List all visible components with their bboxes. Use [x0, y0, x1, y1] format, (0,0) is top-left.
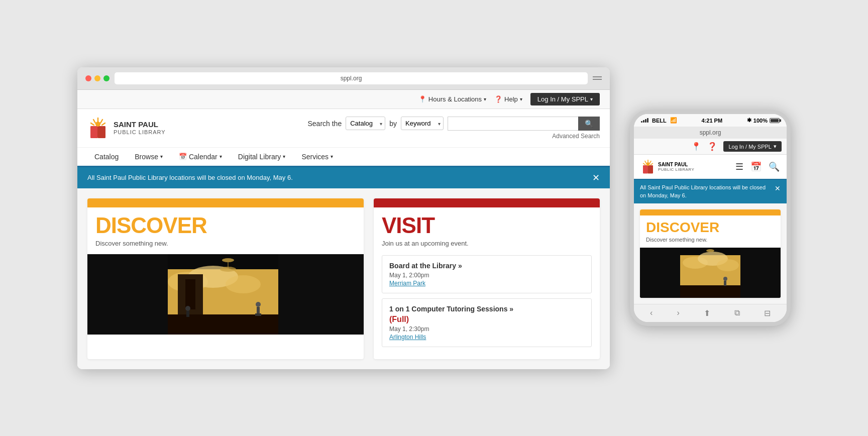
- chevron-down-icon: ▾: [283, 154, 285, 159]
- event-date-1: May 1, 2:00pm: [389, 272, 584, 279]
- search-the-label: Search the: [307, 120, 342, 128]
- phone-discover-card-body: DISCOVER Discover something new.: [640, 215, 781, 243]
- signal-bar-4: [647, 118, 648, 123]
- search-input[interactable]: [448, 117, 578, 131]
- site-header: SAINT PAUL PUBLIC LIBRARY Search the Cat…: [77, 109, 610, 148]
- advanced-search-link[interactable]: Advanced Search: [552, 133, 600, 140]
- carrier-label: BELL: [652, 118, 667, 124]
- catalog-select[interactable]: Catalog: [346, 117, 385, 130]
- svg-line-5: [91, 123, 94, 125]
- site-logo[interactable]: SAINT PAUL PUBLIC LIBRARY: [87, 116, 178, 140]
- window-controls: [85, 75, 110, 81]
- svg-line-32: [649, 161, 651, 164]
- phone-question-icon[interactable]: ❓: [707, 142, 717, 151]
- svg-rect-48: [724, 281, 726, 286]
- phone-back-button[interactable]: ‹: [650, 308, 653, 318]
- phone-calendar-icon[interactable]: 📅: [750, 161, 762, 172]
- svg-rect-8: [97, 126, 105, 138]
- phone-address-bar[interactable]: sppl.org: [634, 127, 787, 139]
- discover-top-bar: [87, 198, 364, 207]
- alert-banner: All Saint Paul Public Library locations …: [77, 167, 610, 188]
- svg-line-34: [650, 163, 653, 165]
- signal-bar-1: [641, 121, 642, 123]
- catalog-select-wrap: Catalog: [346, 117, 385, 130]
- discover-title: DISCOVER: [95, 214, 356, 237]
- signal-bars: [641, 118, 648, 123]
- svg-rect-16: [87, 254, 168, 335]
- signal-bar-3: [645, 119, 646, 123]
- by-label: by: [389, 120, 397, 128]
- search-button[interactable]: 🔍: [578, 117, 600, 131]
- event-link-1[interactable]: Board at the Library »: [389, 262, 462, 270]
- nav-calendar[interactable]: 📅 Calendar ▾: [172, 148, 229, 166]
- svg-point-20: [222, 258, 234, 262]
- alert-close-button[interactable]: ✕: [592, 172, 600, 183]
- svg-rect-45: [740, 248, 781, 298]
- phone-url: sppl.org: [700, 129, 721, 136]
- question-icon: ❓: [494, 95, 502, 103]
- nav-digital-library[interactable]: Digital Library ▾: [231, 148, 293, 166]
- svg-point-22: [220, 267, 236, 272]
- svg-point-37: [646, 162, 650, 166]
- browser-menu-button[interactable]: [593, 76, 602, 80]
- address-bar[interactable]: sppl.org: [115, 72, 588, 84]
- phone-tabs-button[interactable]: ⧉: [734, 308, 740, 318]
- svg-line-3: [93, 120, 95, 123]
- minimize-button[interactable]: [94, 75, 100, 81]
- svg-line-31: [645, 161, 646, 164]
- nav-browse[interactable]: Browse ▾: [128, 148, 170, 166]
- phone-logo-area[interactable]: SAINT PAUL PUBLIC LIBRARY: [641, 159, 694, 175]
- svg-point-26: [185, 306, 190, 311]
- help-link[interactable]: ❓ Help ▾: [494, 95, 522, 103]
- phone-pin-icon[interactable]: 📍: [691, 142, 701, 151]
- event-location-1[interactable]: Merriam Park: [389, 280, 584, 287]
- search-area: Search the Catalog by Keyword: [188, 117, 600, 140]
- library-logo-icon: [87, 116, 108, 140]
- phone-discover-subtitle: Discover something new.: [646, 237, 775, 243]
- main-content: DISCOVER Discover something new.: [77, 188, 610, 369]
- phone-alert-message: All Saint Paul Public Library locations …: [640, 184, 771, 199]
- saint-paul-label: SAINT PAUL: [114, 121, 166, 129]
- phone-alert-close-button[interactable]: ✕: [775, 184, 781, 194]
- event-link-2[interactable]: 1 on 1 Computer Tutoring Sessions »: [389, 305, 513, 313]
- calendar-icon: 📅: [179, 153, 187, 160]
- nav-catalog[interactable]: Catalog: [87, 148, 126, 166]
- svg-point-9: [95, 122, 100, 127]
- phone-signal-area: BELL 📶: [641, 117, 677, 124]
- phone-search-icon[interactable]: 🔍: [769, 161, 780, 172]
- login-button[interactable]: Log In / My SPPL ▾: [530, 93, 600, 105]
- phone-menu-icon[interactable]: ☰: [735, 161, 743, 172]
- chevron-down-icon: ▾: [220, 154, 222, 159]
- chevron-down-icon: ▾: [484, 96, 486, 102]
- phone-logo-text: SAINT PAUL PUBLIC LIBRARY: [658, 162, 694, 172]
- discover-subtitle: Discover something new.: [95, 240, 356, 247]
- svg-rect-36: [647, 165, 653, 173]
- svg-rect-27: [186, 311, 189, 317]
- event-date-2: May 1, 2:30pm: [389, 325, 584, 333]
- phone-discover-title: DISCOVER: [646, 221, 775, 235]
- discover-card: DISCOVER Discover something new.: [87, 198, 364, 359]
- phone-forward-button[interactable]: ›: [677, 308, 679, 318]
- phone-share-button[interactable]: ⬆: [704, 308, 710, 318]
- svg-point-47: [723, 277, 727, 281]
- nav-services[interactable]: Services ▾: [294, 148, 340, 166]
- mobile-phone: BELL 📶 4:21 PM ✱ 100% sppl.org 📍 ❓ Log I…: [630, 110, 791, 326]
- event-location-2[interactable]: Arlington Hills: [389, 334, 584, 341]
- phone-alert-banner: All Saint Paul Public Library locations …: [634, 180, 787, 203]
- phone-login-button[interactable]: Log In / My SPPL ▾: [723, 141, 782, 152]
- phone-battery-area: ✱ 100%: [747, 117, 780, 124]
- theater-svg: [87, 254, 364, 335]
- keyword-select[interactable]: Keyword: [401, 117, 444, 130]
- maximize-button[interactable]: [103, 75, 110, 81]
- chevron-down-icon: ▾: [590, 96, 593, 102]
- svg-line-6: [102, 123, 105, 125]
- phone-time: 4:21 PM: [702, 118, 723, 124]
- battery-icon: [770, 118, 780, 123]
- phone-bookmarks-button[interactable]: ⊟: [764, 308, 771, 318]
- alert-message: All Saint Paul Public Library locations …: [87, 174, 293, 181]
- close-button[interactable]: [85, 75, 91, 81]
- keyword-select-wrap: Keyword: [401, 117, 444, 130]
- browser-titlebar: sppl.org: [77, 67, 610, 89]
- svg-rect-44: [640, 248, 680, 298]
- hours-locations-link[interactable]: 📍 Hours & Locations ▾: [418, 95, 486, 103]
